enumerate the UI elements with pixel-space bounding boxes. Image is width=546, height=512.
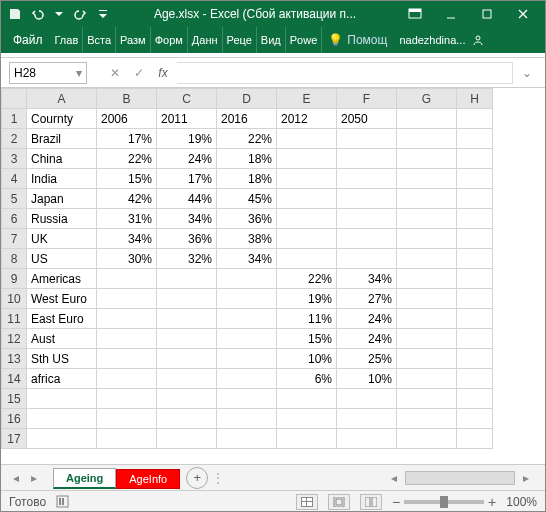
cell-D1[interactable]: 2016 [217,109,277,129]
row-header-2[interactable]: 2 [2,129,27,149]
cell-D5[interactable]: 45% [217,189,277,209]
cell-A2[interactable]: Brazil [27,129,97,149]
cell-C9[interactable] [157,269,217,289]
col-header-F[interactable]: F [337,89,397,109]
cell-H17[interactable] [457,429,493,449]
cell-G1[interactable] [397,109,457,129]
cell-H13[interactable] [457,349,493,369]
cell-E12[interactable]: 15% [277,329,337,349]
undo-icon[interactable] [27,4,47,24]
col-header-G[interactable]: G [397,89,457,109]
cell-E15[interactable] [277,389,337,409]
maximize-button[interactable] [469,1,505,27]
tab-data[interactable]: Данн [188,27,223,53]
cell-C16[interactable] [157,409,217,429]
cancel-icon[interactable]: ✕ [105,63,125,83]
cell-G11[interactable] [397,309,457,329]
cell-B9[interactable] [97,269,157,289]
cell-G9[interactable] [397,269,457,289]
fx-icon[interactable]: fx [153,63,173,83]
cell-H8[interactable] [457,249,493,269]
scroll-left-icon[interactable]: ◂ [385,469,403,487]
cell-E9[interactable]: 22% [277,269,337,289]
cell-D4[interactable]: 18% [217,169,277,189]
cell-B16[interactable] [97,409,157,429]
tab-nav-prev-icon[interactable]: ◂ [7,469,25,487]
cell-F4[interactable] [337,169,397,189]
cell-H7[interactable] [457,229,493,249]
row-header-7[interactable]: 7 [2,229,27,249]
cell-C7[interactable]: 36% [157,229,217,249]
horizontal-scrollbar[interactable]: ◂ ▸ [228,469,539,487]
chevron-down-icon[interactable]: ▾ [76,66,82,80]
select-all-corner[interactable] [2,89,27,109]
cell-C3[interactable]: 24% [157,149,217,169]
cell-E11[interactable]: 11% [277,309,337,329]
cell-A16[interactable] [27,409,97,429]
col-header-H[interactable]: H [457,89,493,109]
cell-B4[interactable]: 15% [97,169,157,189]
tab-nav-next-icon[interactable]: ▸ [25,469,43,487]
cell-F13[interactable]: 25% [337,349,397,369]
sheet-add-button[interactable]: + [186,467,208,489]
expand-formula-icon[interactable]: ⌄ [517,63,537,83]
cell-H10[interactable] [457,289,493,309]
row-header-16[interactable]: 16 [2,409,27,429]
cell-D3[interactable]: 18% [217,149,277,169]
col-header-A[interactable]: A [27,89,97,109]
row-header-17[interactable]: 17 [2,429,27,449]
cell-E1[interactable]: 2012 [277,109,337,129]
cell-B5[interactable]: 42% [97,189,157,209]
cell-E14[interactable]: 6% [277,369,337,389]
cell-C15[interactable] [157,389,217,409]
cell-D8[interactable]: 34% [217,249,277,269]
row-header-6[interactable]: 6 [2,209,27,229]
cell-A7[interactable]: UK [27,229,97,249]
cell-F11[interactable]: 24% [337,309,397,329]
cell-F12[interactable]: 24% [337,329,397,349]
cell-B3[interactable]: 22% [97,149,157,169]
cell-F1[interactable]: 2050 [337,109,397,129]
cell-G4[interactable] [397,169,457,189]
cell-F16[interactable] [337,409,397,429]
cell-B6[interactable]: 31% [97,209,157,229]
cell-F3[interactable] [337,149,397,169]
chevron-down-icon[interactable] [49,4,69,24]
row-header-13[interactable]: 13 [2,349,27,369]
cell-E5[interactable] [277,189,337,209]
cell-B10[interactable] [97,289,157,309]
cell-A1[interactable]: Cournty [27,109,97,129]
cell-B17[interactable] [97,429,157,449]
zoom-slider[interactable] [404,500,484,504]
cell-H2[interactable] [457,129,493,149]
qat-customize-icon[interactable] [93,4,113,24]
cell-D15[interactable] [217,389,277,409]
row-header-15[interactable]: 15 [2,389,27,409]
cell-A8[interactable]: US [27,249,97,269]
cell-F14[interactable]: 10% [337,369,397,389]
cell-C1[interactable]: 2011 [157,109,217,129]
tab-formulas[interactable]: Форм [151,27,188,53]
cell-F2[interactable] [337,129,397,149]
row-header-12[interactable]: 12 [2,329,27,349]
cell-E17[interactable] [277,429,337,449]
row-header-8[interactable]: 8 [2,249,27,269]
spreadsheet-grid[interactable]: ABCDEFGH1Cournty200620112016201220502Bra… [1,88,545,464]
cell-D11[interactable] [217,309,277,329]
cell-F7[interactable] [337,229,397,249]
col-header-E[interactable]: E [277,89,337,109]
cell-G3[interactable] [397,149,457,169]
cell-A3[interactable]: China [27,149,97,169]
row-header-10[interactable]: 10 [2,289,27,309]
cell-C14[interactable] [157,369,217,389]
cell-A5[interactable]: Japan [27,189,97,209]
save-icon[interactable] [5,4,25,24]
cell-C10[interactable] [157,289,217,309]
zoom-out-button[interactable]: − [392,494,400,510]
cell-G10[interactable] [397,289,457,309]
tab-layout[interactable]: Разм [116,27,151,53]
macro-icon[interactable] [56,495,69,508]
cell-H9[interactable] [457,269,493,289]
enter-icon[interactable]: ✓ [129,63,149,83]
sheet-tab-ageinfo[interactable]: AgeInfo [116,469,180,489]
